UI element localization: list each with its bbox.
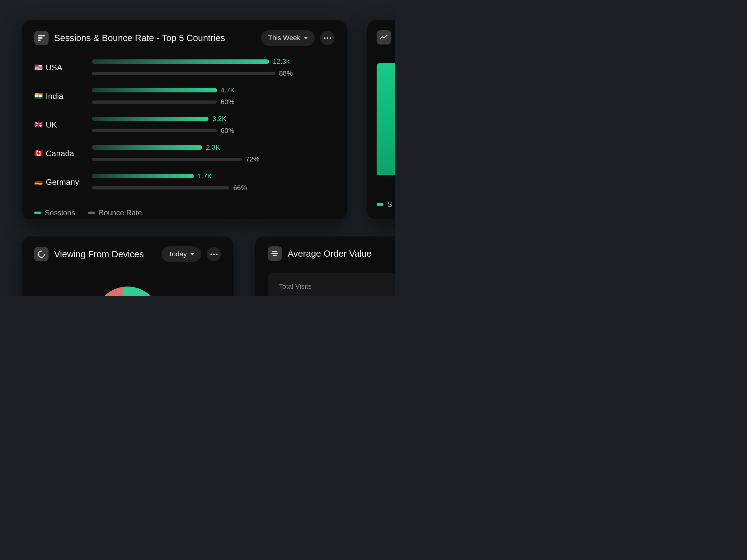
card-header: Sessions & Bounce Rate - Top 5 Countries… [34, 30, 335, 46]
range-label: Today [169, 250, 187, 258]
donut-chart [34, 273, 221, 296]
legend-label: Sessions [45, 209, 75, 217]
card-header: Viewing From Devices Today [34, 246, 221, 262]
flag-icon: 🇬🇧 [34, 121, 43, 129]
right-partial-card: S 2 Orga S [367, 20, 395, 219]
dot-icon [213, 254, 215, 255]
legend: S [377, 200, 395, 209]
sessions-bar [92, 88, 217, 92]
card-header: S [377, 30, 395, 45]
bar-chart-stub [377, 63, 395, 175]
country-row: 🇺🇸USA12.3k88% [34, 58, 335, 77]
sessions-value: 2.3K [206, 143, 220, 152]
country-row: 🇨🇦Canada2.3K72% [34, 143, 335, 163]
bounce-value: 66% [233, 184, 247, 192]
trend-line-icon [377, 30, 391, 45]
svg-rect-6 [273, 255, 277, 256]
country-label: 🇨🇦Canada [34, 149, 92, 158]
dot-icon [324, 37, 326, 39]
sessions-bar [92, 117, 209, 121]
bounce-bar [92, 186, 229, 189]
bounce-bar [92, 129, 217, 132]
row-bars: 4.7K60% [92, 86, 335, 106]
swatch-icon [377, 203, 383, 206]
devices-card: Viewing From Devices Today [22, 236, 233, 296]
bounce-value: 72% [246, 155, 259, 163]
more-button[interactable] [320, 31, 335, 45]
range-selector[interactable]: This Week [261, 30, 315, 46]
aov-inner-panel: Total Visits [268, 273, 395, 296]
list-icon [268, 246, 282, 261]
card-header: Average Order Value [268, 246, 395, 261]
country-label: 🇺🇸USA [34, 63, 92, 73]
dot-icon [216, 254, 217, 255]
swatch-icon [88, 212, 95, 214]
row-bars: 12.3k88% [92, 58, 335, 77]
card-title: Viewing From Devices [54, 249, 156, 260]
row-bars: 3.2K60% [92, 115, 335, 135]
sessions-value: 4.7K [221, 86, 235, 94]
flag-icon: 🇮🇳 [34, 92, 43, 100]
country-row: 🇩🇪Germany1.7K66% [34, 172, 335, 192]
sessions-value: 12.3k [273, 58, 290, 65]
country-label: 🇬🇧UK [34, 120, 92, 130]
sessions-value: 3.2K [212, 115, 226, 123]
svg-rect-4 [272, 251, 277, 252]
row-bars: 2.3K72% [92, 143, 335, 163]
country-label: 🇩🇪Germany [34, 177, 92, 187]
legend-label: Bounce Rate [99, 209, 142, 217]
flag-icon: 🇩🇪 [34, 178, 43, 186]
filter-bars-icon [34, 31, 49, 45]
dot-icon [330, 37, 331, 39]
country-name: USA [46, 63, 62, 73]
svg-point-3 [38, 251, 45, 257]
sessions-value: 1.7K [198, 172, 212, 180]
bounce-value: 88% [279, 70, 293, 77]
chevron-down-icon [190, 253, 194, 256]
aov-card: Average Order Value Thi Total Visits [255, 236, 395, 296]
country-name: Canada [46, 149, 74, 158]
svg-rect-5 [272, 253, 278, 254]
flag-icon: 🇨🇦 [34, 149, 43, 157]
country-row: 🇬🇧UK3.2K60% [34, 115, 335, 135]
chevron-down-icon [304, 37, 308, 39]
legend: Sessions Bounce Rate [34, 209, 335, 217]
legend-label: S [387, 200, 392, 209]
dot-icon [210, 254, 212, 255]
country-row: 🇮🇳India4.7K60% [34, 86, 335, 106]
bounce-value: 60% [221, 98, 234, 106]
divider [34, 200, 335, 201]
svg-rect-0 [38, 35, 45, 36]
legend-bounce: Bounce Rate [88, 209, 142, 217]
card-title: Sessions & Bounce Rate - Top 5 Countries [54, 33, 256, 43]
more-button[interactable] [207, 247, 221, 261]
dot-icon [327, 37, 328, 39]
legend-sessions: Sessions [34, 209, 75, 217]
row-bars: 1.7K66% [92, 172, 335, 192]
total-visits-label: Total Visits [279, 283, 395, 291]
card-title: Average Order Value [288, 248, 395, 259]
spinner-icon [34, 247, 49, 261]
range-selector[interactable]: Today [161, 246, 201, 262]
country-rows: 🇺🇸USA12.3k88%🇮🇳India4.7K60%🇬🇧UK3.2K60%🇨🇦… [34, 58, 335, 192]
swatch-icon [34, 212, 41, 214]
flag-icon: 🇺🇸 [34, 63, 43, 72]
bounce-bar [92, 158, 242, 161]
country-name: India [46, 91, 63, 101]
svg-rect-2 [38, 39, 41, 41]
country-label: 🇮🇳India [34, 91, 92, 101]
svg-rect-1 [38, 37, 43, 38]
sessions-bounce-card: Sessions & Bounce Rate - Top 5 Countries… [22, 20, 347, 219]
bounce-value: 60% [221, 127, 234, 135]
country-name: Germany [46, 177, 79, 187]
bounce-bar [92, 101, 217, 104]
bounce-bar [92, 72, 276, 75]
range-label: This Week [268, 34, 300, 42]
sessions-bar [92, 59, 269, 64]
sessions-bar [92, 145, 202, 150]
x-axis-label: Orga [377, 180, 395, 188]
sessions-bar [92, 174, 194, 178]
country-name: UK [46, 120, 57, 130]
